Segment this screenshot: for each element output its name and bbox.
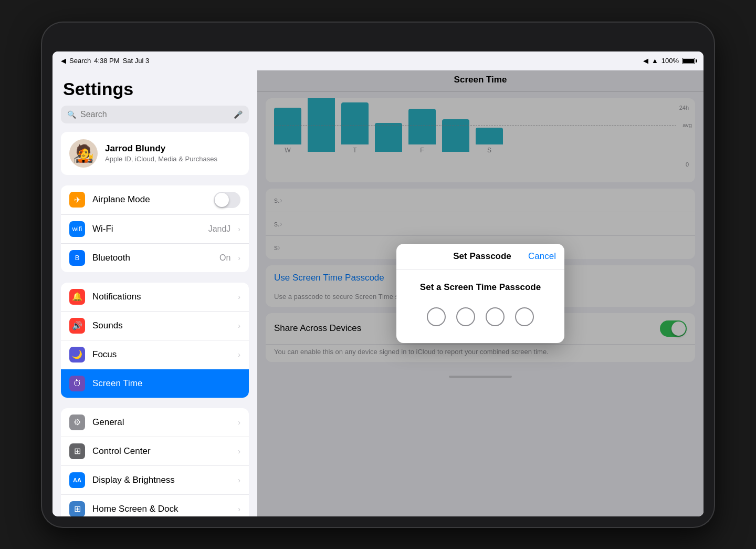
avatar: 🧑‍🎤 xyxy=(69,139,98,168)
general-label: General xyxy=(92,417,230,428)
search-input[interactable] xyxy=(80,110,229,119)
settings-group-system: ⚙ General › ⊞ Control Center › AA Displa… xyxy=(61,408,249,516)
profile-subtitle: Apple ID, iCloud, Media & Purchases xyxy=(105,155,217,163)
sounds-icon: 🔊 xyxy=(69,318,85,334)
bluetooth-value: On xyxy=(219,253,230,263)
bluetooth-label: Bluetooth xyxy=(92,253,212,263)
back-label[interactable]: Search xyxy=(69,57,91,65)
screentime-icon: ⏱ xyxy=(69,376,85,391)
sidebar-item-screentime[interactable]: ⏱ Screen Time xyxy=(61,369,249,398)
display-arrow-icon: › xyxy=(238,476,240,484)
controlcenter-arrow-icon: › xyxy=(238,447,240,455)
passcode-dot-4[interactable] xyxy=(515,307,534,326)
profile-section[interactable]: 🧑‍🎤 Jarrod Blundy Apple ID, iCloud, Medi… xyxy=(61,132,249,175)
bluetooth-arrow-icon: › xyxy=(238,254,240,262)
toggle-knob xyxy=(215,193,229,207)
wifi-label: Wi-Fi xyxy=(92,224,201,234)
right-panel: Screen Time 24h avg W xyxy=(257,70,704,516)
location-icon: ◀ xyxy=(643,57,648,65)
sidebar-item-airplane[interactable]: ✈ Airplane Mode xyxy=(61,185,249,215)
profile-info: Jarrod Blundy Apple ID, iCloud, Media & … xyxy=(105,143,217,163)
search-bar[interactable]: 🔍 🎤 xyxy=(61,106,249,123)
notifications-icon: 🔔 xyxy=(69,289,85,305)
wifi-status-icon: ▲ xyxy=(652,57,658,65)
sidebar: Settings 🔍 🎤 🧑‍🎤 Jarrod Blundy Apple ID,… xyxy=(52,70,257,516)
focus-label: Focus xyxy=(92,349,230,360)
wifi-arrow-icon: › xyxy=(238,225,240,233)
sidebar-item-homescreen[interactable]: ⊞ Home Screen & Dock › xyxy=(61,495,249,516)
focus-icon: 🌙 xyxy=(69,347,85,362)
wifi-value: JandJ xyxy=(208,224,231,234)
focus-arrow-icon: › xyxy=(238,350,240,359)
modal-header: Set Passcode Cancel xyxy=(396,244,564,270)
battery-body xyxy=(682,58,695,64)
homescreen-arrow-icon: › xyxy=(238,505,240,513)
settings-group-network: ✈ Airplane Mode wifi Wi-Fi JandJ › B xyxy=(61,185,249,272)
status-bar: ◀ Search 4:38 PM Sat Jul 3 ◀ ▲ 100% xyxy=(52,51,704,70)
passcode-dot-3[interactable] xyxy=(486,307,505,326)
notifications-arrow-icon: › xyxy=(238,293,240,301)
display-label: Display & Brightness xyxy=(92,475,230,485)
modal-title: Set Passcode xyxy=(436,251,528,262)
sidebar-title: Settings xyxy=(52,75,257,106)
screentime-label: Screen Time xyxy=(92,378,240,389)
search-icon: 🔍 xyxy=(67,110,76,119)
status-date: Sat Jul 3 xyxy=(123,57,150,65)
modal-subtitle: Set a Screen Time Passcode xyxy=(405,282,556,293)
ipad-screen: ◀ Search 4:38 PM Sat Jul 3 ◀ ▲ 100% Set xyxy=(52,51,704,516)
bluetooth-icon: B xyxy=(69,250,85,266)
modal-body: Set a Screen Time Passcode xyxy=(396,270,564,343)
status-time: 4:38 PM xyxy=(94,57,119,65)
sidebar-item-wifi[interactable]: wifi Wi-Fi JandJ › xyxy=(61,215,249,244)
back-arrow-icon: ◀ xyxy=(61,57,66,65)
settings-group-notifications: 🔔 Notifications › 🔊 Sounds › 🌙 Focus › xyxy=(61,283,249,398)
general-icon: ⚙ xyxy=(69,415,85,430)
sidebar-item-notifications[interactable]: 🔔 Notifications › xyxy=(61,283,249,312)
airplane-icon: ✈ xyxy=(69,192,85,208)
sounds-label: Sounds xyxy=(92,320,230,331)
controlcenter-icon: ⊞ xyxy=(69,443,85,459)
sidebar-item-sounds[interactable]: 🔊 Sounds › xyxy=(61,312,249,340)
microphone-icon[interactable]: 🎤 xyxy=(234,110,243,119)
battery-indicator xyxy=(682,58,695,64)
modal-cancel-button[interactable]: Cancel xyxy=(528,251,556,262)
status-left: ◀ Search 4:38 PM Sat Jul 3 xyxy=(61,57,149,65)
sidebar-item-focus[interactable]: 🌙 Focus › xyxy=(61,340,249,369)
sidebar-item-general[interactable]: ⚙ General › xyxy=(61,408,249,437)
content-area: Settings 🔍 🎤 🧑‍🎤 Jarrod Blundy Apple ID,… xyxy=(52,70,704,516)
battery-percent: 100% xyxy=(662,57,679,65)
passcode-dots xyxy=(405,307,556,326)
ipad-frame: ◀ Search 4:38 PM Sat Jul 3 ◀ ▲ 100% Set xyxy=(42,23,714,527)
sounds-arrow-icon: › xyxy=(238,322,240,330)
homescreen-label: Home Screen & Dock xyxy=(92,504,230,514)
airplane-label: Airplane Mode xyxy=(92,194,206,205)
notifications-label: Notifications xyxy=(92,292,230,302)
modal-overlay: Set Passcode Cancel Set a Screen Time Pa… xyxy=(257,70,704,516)
status-right: ◀ ▲ 100% xyxy=(643,57,695,65)
passcode-dot-1[interactable] xyxy=(427,307,446,326)
general-arrow-icon: › xyxy=(238,418,240,427)
battery-fill xyxy=(683,59,694,63)
sidebar-item-controlcenter[interactable]: ⊞ Control Center › xyxy=(61,437,249,466)
sidebar-item-bluetooth[interactable]: B Bluetooth On › xyxy=(61,244,249,272)
passcode-dot-2[interactable] xyxy=(456,307,475,326)
display-icon: AA xyxy=(69,472,85,488)
wifi-icon: wifi xyxy=(69,221,85,237)
modal-dialog: Set Passcode Cancel Set a Screen Time Pa… xyxy=(396,244,564,343)
profile-name: Jarrod Blundy xyxy=(105,143,217,154)
homescreen-icon: ⊞ xyxy=(69,501,85,516)
sidebar-item-display[interactable]: AA Display & Brightness › xyxy=(61,466,249,495)
airplane-toggle[interactable] xyxy=(214,192,240,208)
controlcenter-label: Control Center xyxy=(92,446,230,457)
